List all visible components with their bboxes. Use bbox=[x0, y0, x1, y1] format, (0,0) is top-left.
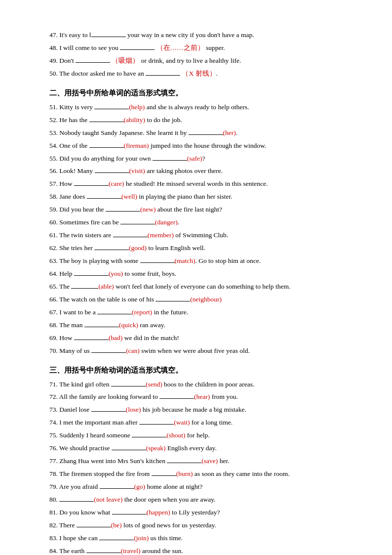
item-55-hint: (safe) bbox=[187, 155, 202, 162]
item-75: 75. Suddenly I heard someone (shout) for… bbox=[49, 430, 353, 441]
item-69-num: 69. bbox=[49, 334, 58, 342]
item-47-blank bbox=[91, 37, 126, 37]
item-83-hint: (join) bbox=[134, 534, 149, 542]
item-55-blank bbox=[153, 160, 187, 161]
item-72-hint: (hear) bbox=[194, 393, 210, 400]
section3-title: 三、用括号中所给动词的适当形式填空。 bbox=[49, 366, 353, 375]
item-83-blank bbox=[99, 540, 134, 540]
item-69-hint: (bad) bbox=[109, 334, 122, 342]
item-68-blank bbox=[84, 327, 119, 327]
item-58-num: 58. bbox=[49, 193, 58, 200]
item-60-num: 60. bbox=[49, 218, 58, 226]
item-51: 51. Kitty is very (help) and she is alwa… bbox=[49, 102, 353, 113]
item-79-blank bbox=[100, 488, 134, 489]
item-77-hint: (save) bbox=[201, 457, 218, 465]
item-66: 66. The watch on the table is one of his… bbox=[49, 294, 353, 305]
item-68-hint: (quick) bbox=[119, 321, 138, 329]
item-56-blank bbox=[95, 172, 129, 173]
item-80-num: 80. bbox=[49, 496, 58, 503]
item-74-hint: (wait) bbox=[174, 419, 190, 426]
item-65-blank bbox=[71, 288, 98, 289]
item-75-hint: (shout) bbox=[166, 431, 185, 439]
item-54-blank bbox=[89, 147, 124, 148]
item-56-num: 56. bbox=[49, 167, 58, 174]
item-84-blank bbox=[86, 553, 121, 553]
item-84-num: 84. bbox=[49, 547, 58, 555]
item-49-blank bbox=[76, 62, 110, 63]
item-78: 78. The firemen stopped the fire from (b… bbox=[49, 469, 353, 480]
item-57-hint: (care) bbox=[109, 180, 124, 187]
item-59-num: 59. bbox=[49, 206, 58, 213]
item-50-blank bbox=[146, 75, 180, 76]
item-79-hint: (go) bbox=[134, 483, 146, 490]
item-48-text: I will come to see you （在……之前） supper. bbox=[59, 44, 225, 51]
item-58: 58. Jane does (well) in playing the pian… bbox=[49, 191, 353, 203]
item-57-num: 57. bbox=[49, 180, 58, 187]
item-59-hint: (new) bbox=[140, 206, 156, 213]
item-82: 82. There (be) lots of good news for us … bbox=[49, 520, 353, 531]
item-53-num: 53. bbox=[49, 129, 58, 136]
item-65-num: 65. bbox=[49, 283, 58, 290]
item-67: 67. I want to be a (report) in the futur… bbox=[49, 307, 353, 318]
item-47-text: It's easy to l your way in a new city if… bbox=[59, 31, 254, 39]
item-70-hint: (can) bbox=[126, 347, 140, 354]
item-48-num: 48. bbox=[49, 44, 58, 51]
item-63-blank bbox=[140, 262, 175, 263]
item-55: 55. Did you do anything for your own (sa… bbox=[49, 153, 353, 165]
item-80-hint: (not leave) bbox=[94, 496, 122, 503]
item-51-hint: (help) bbox=[129, 103, 145, 111]
item-60: 60. Sometimes fire can be (danger). bbox=[49, 217, 353, 228]
item-67-blank bbox=[97, 314, 132, 314]
item-74: 74. I met the important man after (wait)… bbox=[49, 417, 353, 428]
item-70: 70. Many of us (can) swim when we were a… bbox=[49, 345, 353, 357]
item-71-num: 71. bbox=[49, 381, 58, 388]
item-73-num: 73. bbox=[49, 406, 58, 413]
item-74-blank bbox=[139, 424, 174, 425]
item-60-hint: (danger) bbox=[155, 218, 178, 226]
item-76: 76. We should practise (speak) English e… bbox=[49, 443, 353, 454]
item-71-blank bbox=[111, 386, 146, 386]
item-64: 64. Help (you) to some fruit, boys. bbox=[49, 268, 353, 280]
item-49-num: 49. bbox=[49, 57, 58, 64]
item-61-blank bbox=[113, 237, 148, 237]
item-80-blank bbox=[59, 501, 94, 502]
item-66-blank bbox=[156, 301, 190, 301]
item-54-hint: (fireman) bbox=[124, 142, 149, 149]
item-76-hint: (speak) bbox=[146, 444, 166, 452]
item-72-blank bbox=[159, 398, 194, 399]
section2-title: 二、用括号中所给单词的适当形式填空。 bbox=[49, 88, 353, 98]
item-64-num: 64. bbox=[49, 270, 58, 277]
item-81: 81. Do you know what (happen) to Lily ye… bbox=[49, 507, 353, 518]
item-80: 80. (not leave) the door open when you a… bbox=[49, 494, 353, 506]
item-48-hint: （在……之前） bbox=[157, 44, 204, 51]
item-62-blank bbox=[94, 250, 129, 250]
item-64-hint: (you) bbox=[109, 270, 123, 277]
item-47: 47. It's easy to l your way in a new cit… bbox=[49, 30, 353, 41]
item-63-num: 63. bbox=[49, 257, 58, 264]
item-50-num: 50. bbox=[49, 70, 58, 77]
item-72-num: 72. bbox=[49, 393, 58, 400]
item-50-hint: （X 射线） bbox=[182, 70, 216, 77]
item-62-hint: (good) bbox=[129, 244, 147, 252]
item-78-num: 78. bbox=[49, 470, 58, 477]
item-49-text: Don't （吸烟） or drink, and try to live a h… bbox=[59, 57, 241, 64]
item-82-hint: (be) bbox=[111, 521, 122, 529]
item-79: 79. Are you afraid (go) home alone at ni… bbox=[49, 481, 353, 493]
item-65-hint: (able) bbox=[98, 283, 114, 290]
item-52-num: 52. bbox=[49, 116, 58, 124]
item-82-blank bbox=[77, 527, 111, 527]
item-78-hint: (burn) bbox=[176, 470, 193, 477]
item-84-hint: (travel) bbox=[121, 547, 141, 555]
item-53-blank bbox=[189, 134, 223, 135]
item-53: 53. Nobody taught Sandy Japanese. She le… bbox=[49, 128, 353, 139]
item-79-num: 79. bbox=[49, 483, 58, 490]
item-66-num: 66. bbox=[49, 296, 58, 303]
item-67-hint: (report) bbox=[132, 308, 152, 316]
item-70-num: 70. bbox=[49, 347, 58, 354]
item-50-text: The doctor asked me to have an （X 射线）. bbox=[59, 70, 218, 77]
item-69-blank bbox=[74, 340, 109, 340]
item-83-num: 83. bbox=[49, 534, 58, 542]
item-51-blank bbox=[94, 109, 129, 109]
item-81-blank bbox=[112, 514, 147, 514]
item-52-blank bbox=[89, 122, 124, 122]
